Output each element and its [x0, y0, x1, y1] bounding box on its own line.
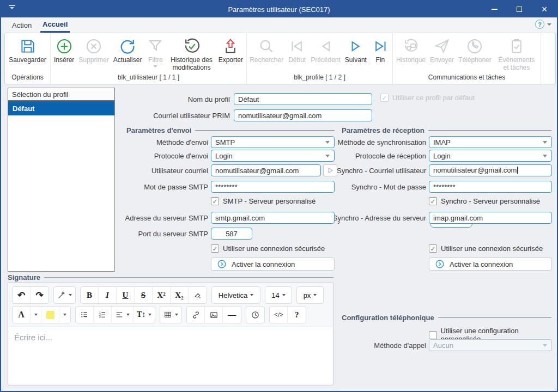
phone-button[interactable]: Téléphoner	[456, 36, 494, 64]
synchro-connexion-securisee-checkbox[interactable]: ✓ Utiliser une connexion sécurisée	[429, 244, 543, 253]
close-button[interactable]: ×	[532, 1, 557, 17]
superscript-button[interactable]: X²	[153, 287, 171, 303]
code-view-button[interactable]: </>	[270, 307, 288, 323]
events-tasks-icon	[507, 36, 526, 57]
change-history-button[interactable]: Historique des modifications	[167, 36, 216, 72]
minimize-button[interactable]	[482, 1, 507, 17]
events-tasks-button[interactable]: Événements et tâches	[494, 36, 539, 72]
group-label-profile: blk_profile [ 1 / 2 ]	[247, 72, 392, 84]
last-record-button[interactable]: Fin	[369, 36, 392, 64]
font-unit-select[interactable]: px	[297, 287, 323, 303]
refresh-button[interactable]: Actualiser	[111, 36, 144, 64]
mdp-smtp-input[interactable]	[211, 181, 335, 193]
highlight-color-dropdown[interactable]	[59, 307, 70, 323]
editor-help-button[interactable]: ?	[288, 307, 306, 323]
previous-record-button[interactable]: Précédent	[308, 36, 343, 64]
ribbon-tab-row: Action Accueil ?	[1, 17, 557, 33]
send-button[interactable]: Envoyer	[428, 36, 456, 64]
protocole-reception-select[interactable]: Login	[429, 150, 552, 162]
redo-icon: ↷	[35, 290, 43, 301]
tab-accueil[interactable]: Accueil	[40, 17, 70, 33]
underline-button[interactable]: U	[117, 287, 135, 303]
title-bar: Paramètres utilisateur (SEC017) ×	[1, 1, 557, 17]
italic-button[interactable]: I	[99, 287, 117, 303]
font-size-select[interactable]: 14	[265, 287, 292, 303]
strikethrough-button[interactable]: S	[135, 287, 153, 303]
filter-button[interactable]: Filtre	[144, 36, 167, 68]
align-button[interactable]	[112, 307, 134, 323]
dropdown-caret-icon	[313, 294, 317, 296]
insert-image-button[interactable]	[205, 307, 223, 323]
first-record-icon	[288, 36, 306, 57]
undo-button[interactable]: ↶	[13, 287, 31, 303]
insert-button[interactable]: Insérer	[52, 36, 76, 64]
text-caret	[517, 167, 518, 174]
previous-record-icon	[317, 36, 335, 57]
smtp-connexion-securisee-checkbox[interactable]: ✓ Utiliser une connexion sécurisée	[211, 244, 325, 253]
bold-button[interactable]: B	[81, 287, 99, 303]
test-send-button[interactable]	[323, 164, 337, 176]
history-button[interactable]: Historique	[394, 36, 428, 64]
synchro-adresse-input[interactable]	[429, 212, 552, 224]
highlight-color-button[interactable]	[41, 307, 59, 323]
activer-connexion-smtp-button[interactable]: Activer la connexion	[211, 258, 335, 271]
insert-link-button[interactable]	[187, 307, 205, 323]
clear-format-button[interactable]	[189, 287, 207, 303]
default-profile-checkbox[interactable]: ✓ Utiliser ce profil par défaut	[380, 94, 475, 102]
courriel-prim-input[interactable]	[234, 109, 372, 121]
ribbon-group-utilisateur: Insérer Supprimer	[51, 33, 247, 84]
methode-sync-select[interactable]: IMAP	[429, 136, 552, 148]
next-record-icon	[347, 36, 365, 57]
align-icon	[115, 310, 124, 319]
bullet-list-button[interactable]	[76, 307, 94, 323]
signature-body[interactable]: Écrire ici...	[9, 327, 332, 384]
methode-appel-label: Méthode d'appel	[304, 341, 426, 350]
synchro-serveur-perso-checkbox[interactable]: ✓ Synchro - Serveur personnalisé	[429, 197, 540, 205]
numbered-list-button[interactable]: 1 2 3	[94, 307, 112, 323]
svg-text:3: 3	[99, 316, 101, 318]
dropdown-arrow-icon	[543, 155, 547, 157]
help-chevron-icon[interactable]	[547, 23, 551, 26]
delete-button[interactable]: Supprimer	[76, 36, 111, 64]
search-button[interactable]: Rechercher	[247, 36, 286, 64]
magic-wand-button[interactable]	[54, 287, 75, 303]
line-height-button[interactable]: T↕	[134, 307, 155, 323]
tab-action[interactable]: Action	[10, 17, 34, 33]
save-button[interactable]: Sauvegarder	[7, 36, 48, 64]
image-icon	[209, 310, 219, 320]
methode-appel-select[interactable]: Aucun	[429, 339, 552, 351]
change-history-icon	[182, 36, 202, 57]
font-name-select[interactable]: Helvetica	[212, 287, 260, 303]
nom-profil-input[interactable]	[234, 93, 372, 105]
clock-icon	[251, 310, 260, 320]
horizontal-rule-button[interactable]: —	[223, 307, 241, 323]
next-record-button[interactable]: Suivant	[343, 36, 369, 64]
export-button[interactable]: Exporter	[216, 36, 245, 64]
methode-envoi-select[interactable]: SMTP	[211, 136, 335, 148]
subscript-button[interactable]: X₂	[171, 287, 189, 303]
synchro-courriel-input[interactable]: nomutilisateur@gmail.com	[429, 164, 552, 176]
port-smtp-input[interactable]	[211, 228, 252, 240]
dropdown-caret-icon	[175, 314, 178, 316]
refresh-icon	[118, 36, 137, 57]
synchro-mdp-input[interactable]	[429, 181, 552, 193]
redo-button[interactable]: ↷	[31, 287, 48, 303]
checkbox-icon: ✓	[429, 244, 437, 253]
smtp-serveur-perso-checkbox[interactable]: ✓ SMTP - Serveur personnalisé	[211, 197, 316, 205]
table-button[interactable]	[160, 307, 181, 323]
maximize-button[interactable]	[507, 1, 532, 17]
adresse-smtp-input[interactable]	[211, 212, 335, 224]
text-color-dropdown[interactable]	[31, 307, 41, 323]
first-record-button[interactable]: Début	[286, 36, 308, 64]
protocole-envoi-select[interactable]: Login	[211, 150, 335, 162]
section-reception: Paramètres de réception	[342, 126, 551, 134]
insert-time-button[interactable]	[246, 307, 264, 323]
activer-connexion-synchro-button[interactable]: Activer la connexion	[429, 258, 552, 271]
save-icon	[19, 36, 37, 57]
link-icon	[191, 310, 201, 320]
help-icon[interactable]: ?	[535, 20, 544, 29]
text-color-button[interactable]: A	[13, 307, 31, 323]
dropdown-caret-icon	[34, 314, 38, 316]
profile-list-item[interactable]: Défaut	[8, 101, 114, 115]
utilisateur-courriel-input[interactable]	[211, 164, 321, 176]
